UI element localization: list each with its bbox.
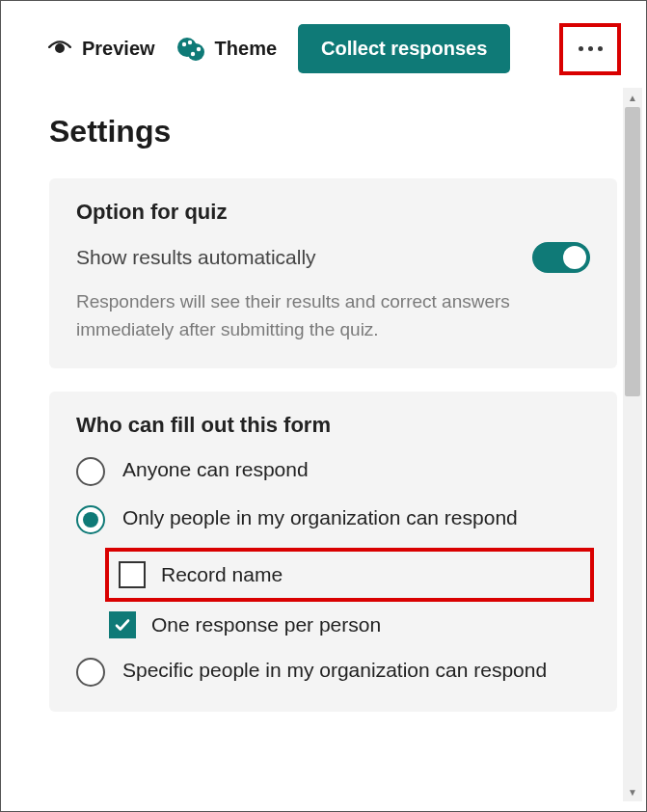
record-name-checkbox[interactable]	[119, 561, 146, 588]
one-response-checkbox[interactable]	[109, 611, 136, 638]
access-card-heading: Who can fill out this form	[76, 413, 590, 438]
show-results-toggle[interactable]	[532, 242, 590, 273]
preview-button[interactable]: Preview	[47, 37, 155, 62]
svg-point-4	[187, 40, 191, 43]
radio-label: Anyone can respond	[122, 455, 309, 484]
radio-input[interactable]	[76, 505, 105, 534]
show-results-description: Responders will see their results and co…	[76, 288, 590, 343]
radio-option-specific[interactable]: Specific people in my organization can r…	[76, 656, 590, 687]
scrollbar-thumb[interactable]	[625, 107, 640, 396]
toggle-knob	[563, 246, 586, 269]
one-response-label: One response per person	[151, 613, 381, 636]
record-name-label: Record name	[161, 563, 283, 586]
radio-option-organization[interactable]: Only people in my organization can respo…	[76, 503, 590, 534]
radio-input[interactable]	[76, 457, 105, 486]
palette-icon	[176, 35, 205, 64]
scroll-up-button[interactable]: ▲	[623, 88, 642, 107]
show-results-label: Show results automatically	[76, 246, 316, 269]
svg-point-0	[56, 44, 64, 52]
settings-panel: Settings Option for quiz Show results au…	[1, 91, 646, 712]
scroll-down-button[interactable]: ▼	[623, 782, 642, 801]
top-toolbar: Preview Theme Collect responses	[1, 1, 646, 91]
radio-option-anyone[interactable]: Anyone can respond	[76, 455, 590, 486]
record-name-option[interactable]: Record name	[109, 552, 590, 598]
more-options-button[interactable]	[561, 25, 619, 73]
preview-label: Preview	[82, 38, 155, 60]
chevron-up-icon: ▲	[628, 93, 637, 103]
quiz-options-card: Option for quiz Show results automatical…	[49, 178, 617, 368]
vertical-scrollbar[interactable]: ▲ ▼	[623, 88, 642, 801]
access-card: Who can fill out this form Anyone can re…	[49, 392, 617, 712]
svg-point-5	[190, 51, 194, 55]
svg-point-3	[181, 41, 185, 45]
org-sub-options: Record name One response per person	[109, 552, 590, 638]
one-response-option[interactable]: One response per person	[109, 611, 590, 638]
page-title: Settings	[49, 114, 617, 149]
quiz-card-heading: Option for quiz	[76, 200, 590, 225]
theme-label: Theme	[215, 38, 277, 60]
radio-input[interactable]	[76, 658, 105, 687]
collect-responses-button[interactable]: Collect responses	[298, 24, 510, 73]
theme-button[interactable]: Theme	[176, 35, 277, 64]
eye-icon	[47, 37, 72, 62]
ellipsis-icon	[579, 46, 603, 51]
chevron-down-icon: ▼	[628, 787, 637, 798]
svg-point-6	[196, 46, 200, 50]
radio-label: Only people in my organization can respo…	[122, 503, 518, 532]
svg-point-2	[187, 43, 204, 61]
collect-label: Collect responses	[321, 38, 487, 59]
radio-label: Specific people in my organization can r…	[122, 656, 547, 685]
